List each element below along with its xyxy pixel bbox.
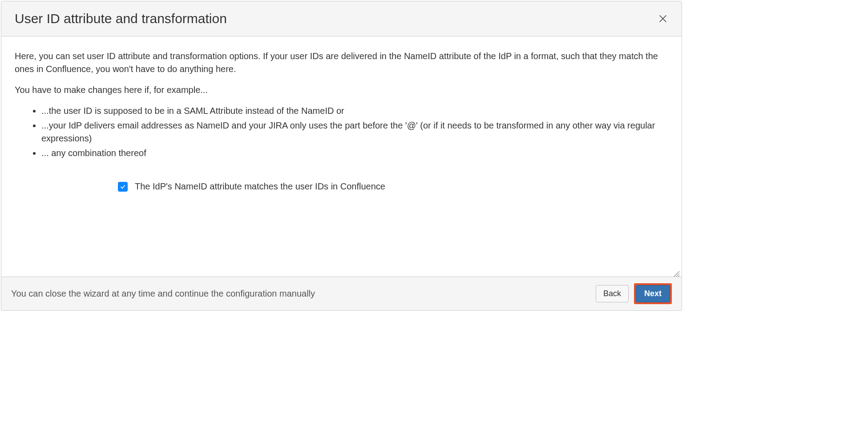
list-item: ...your IdP delivers email addresses as …	[41, 119, 668, 145]
footer-buttons: Back Next	[596, 283, 672, 304]
intro-text: Here, you can set user ID attribute and …	[15, 50, 668, 76]
resize-handle-icon[interactable]	[673, 268, 680, 275]
list-item: ... any combination thereof	[41, 147, 668, 160]
changes-intro-text: You have to make changes here if, for ex…	[15, 84, 668, 96]
dialog-title: User ID attribute and transformation	[15, 11, 227, 26]
close-icon[interactable]	[658, 13, 668, 24]
dialog-header: User ID attribute and transformation	[1, 1, 682, 36]
list-item: ...the user ID is supposed to be in a SA…	[41, 104, 668, 117]
footer-hint: You can close the wizard at any time and…	[11, 289, 315, 299]
nameid-matches-checkbox[interactable]	[118, 182, 128, 192]
nameid-matches-row: The IdP's NameID attribute matches the u…	[118, 180, 668, 193]
dialog-body: Here, you can set user ID attribute and …	[1, 36, 682, 277]
dialog-footer: You can close the wizard at any time and…	[1, 277, 682, 310]
back-button[interactable]: Back	[596, 285, 629, 302]
next-button-highlight: Next	[634, 283, 672, 304]
svg-line-4	[678, 276, 679, 277]
nameid-matches-label: The IdP's NameID attribute matches the u…	[135, 180, 385, 193]
changes-list: ...the user ID is supposed to be in a SA…	[15, 104, 668, 160]
next-button[interactable]: Next	[636, 285, 670, 302]
wizard-dialog: User ID attribute and transformation Her…	[1, 1, 682, 311]
